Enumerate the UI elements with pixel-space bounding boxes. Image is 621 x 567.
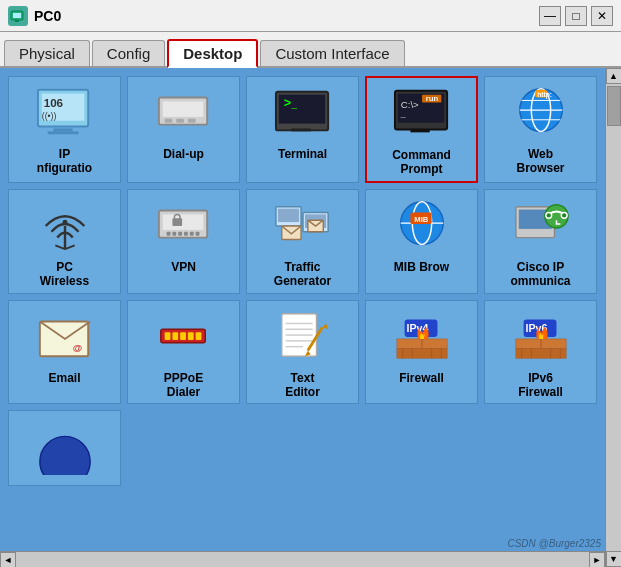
apps-grid: 106 ((•)) IPnfiguratio (8, 76, 597, 486)
partial-icon (35, 417, 95, 477)
app-ip-config[interactable]: 106 ((•)) IPnfiguratio (8, 76, 121, 183)
maximize-button[interactable]: □ (565, 6, 587, 26)
tab-desktop[interactable]: Desktop (167, 39, 258, 68)
ip-config-icon: 106 ((•)) (35, 83, 95, 143)
svg-rect-40 (172, 232, 176, 236)
app-email[interactable]: @ Email (8, 300, 121, 405)
svg-rect-25 (410, 129, 429, 132)
svg-point-98 (39, 437, 89, 476)
pppoe-dialer-icon (154, 307, 214, 367)
svg-rect-43 (189, 232, 193, 236)
svg-rect-68 (180, 332, 186, 340)
window-title: PC0 (34, 8, 61, 24)
svg-text:((•)): ((•)) (41, 111, 56, 121)
svg-text:@: @ (72, 341, 81, 352)
title-bar-controls: — □ ✕ (539, 6, 613, 26)
app-dialup[interactable]: Dial-up (127, 76, 240, 183)
vertical-scrollbar: ▲ ▼ (605, 68, 621, 567)
mib-browser-label: MIB Brow (394, 260, 449, 274)
svg-rect-38 (162, 214, 203, 229)
svg-rect-7 (53, 128, 72, 131)
scrollbar-track (606, 84, 621, 551)
ipv6-firewall-icon: IPv6 (511, 307, 571, 367)
app-vpn[interactable]: VPN (127, 189, 240, 294)
ip-config-label: IPnfiguratio (37, 147, 92, 176)
terminal-label: Terminal (278, 147, 327, 161)
tab-bar: Physical Config Desktop Custom Interface (0, 32, 621, 68)
svg-line-35 (65, 245, 75, 249)
text-editor-label: TextEditor (285, 371, 320, 400)
content-area: 106 ((•)) IPnfiguratio (0, 68, 621, 567)
text-editor-icon (273, 307, 333, 367)
svg-rect-13 (187, 119, 195, 123)
svg-text:MIB: MIB (414, 215, 429, 224)
command-prompt-label: CommandPrompt (392, 148, 451, 177)
svg-point-61 (545, 212, 551, 218)
email-label: Email (48, 371, 80, 385)
app-command-prompt[interactable]: run C:\> _ CommandPrompt (365, 76, 478, 183)
app-pc-wireless[interactable]: PCWireless (8, 189, 121, 294)
terminal-icon: > _ (273, 83, 333, 143)
title-bar-left: PC0 (8, 6, 61, 26)
svg-rect-1 (13, 13, 21, 18)
mib-browser-icon: MIB (392, 196, 452, 256)
svg-rect-48 (277, 208, 298, 222)
app-terminal[interactable]: > _ Terminal (246, 76, 359, 183)
svg-rect-10 (162, 101, 203, 116)
svg-text:http:: http: (537, 91, 552, 99)
firewall-label: Firewall (399, 371, 444, 385)
scroll-down-button[interactable]: ▼ (606, 551, 622, 567)
app-icon (8, 6, 28, 26)
firewall-icon: IPv4 (392, 307, 452, 367)
horizontal-scrollbar: ◄ ► (0, 551, 605, 567)
close-button[interactable]: ✕ (591, 6, 613, 26)
svg-rect-66 (164, 332, 170, 340)
svg-rect-90 (515, 348, 565, 358)
app-partial[interactable] (8, 410, 121, 486)
app-text-editor[interactable]: TextEditor (246, 300, 359, 405)
app-firewall[interactable]: IPv4 Firewall (365, 300, 478, 405)
svg-rect-41 (178, 232, 182, 236)
app-traffic-generator[interactable]: TrafficGenerator (246, 189, 359, 294)
svg-rect-11 (164, 119, 172, 123)
ipv6-firewall-label: IPv6Firewall (518, 371, 563, 400)
svg-rect-42 (184, 232, 188, 236)
svg-point-36 (62, 219, 67, 224)
cisco-ip-communicator-icon (511, 196, 571, 256)
scrollbar-thumb[interactable] (607, 86, 621, 126)
app-mib-browser[interactable]: MIB MIB Brow (365, 189, 478, 294)
svg-text:_: _ (290, 98, 297, 109)
app-pppoe-dialer[interactable]: PPPoEDialer (127, 300, 240, 405)
scroll-left-button[interactable]: ◄ (0, 552, 16, 568)
scroll-up-button[interactable]: ▲ (606, 68, 622, 84)
pppoe-dialer-label: PPPoEDialer (164, 371, 203, 400)
svg-text:106: 106 (43, 96, 63, 109)
pc-wireless-label: PCWireless (40, 260, 89, 289)
svg-text:run: run (425, 94, 438, 103)
svg-rect-39 (166, 232, 170, 236)
svg-rect-44 (195, 232, 199, 236)
command-prompt-icon: run C:\> _ (392, 84, 452, 144)
dialup-icon (154, 83, 214, 143)
tab-physical[interactable]: Physical (4, 40, 90, 66)
email-icon: @ (35, 307, 95, 367)
minimize-button[interactable]: — (539, 6, 561, 26)
tab-config[interactable]: Config (92, 40, 165, 66)
svg-text:>: > (283, 96, 290, 110)
app-ipv6-firewall[interactable]: IPv6 IPv6Firewall (484, 300, 597, 405)
svg-rect-70 (195, 332, 201, 340)
apps-container: 106 ((•)) IPnfiguratio (0, 68, 605, 567)
tab-custom-interface[interactable]: Custom Interface (260, 40, 404, 66)
app-cisco-ip-communicator[interactable]: Cisco IPommunica (484, 189, 597, 294)
svg-line-34 (55, 245, 65, 249)
web-browser-label: WebBrowser (516, 147, 564, 176)
web-browser-icon: http: (511, 83, 571, 143)
app-web-browser[interactable]: http: WebBrowser (484, 76, 597, 183)
svg-text:_: _ (399, 108, 405, 118)
vpn-icon (154, 196, 214, 256)
title-bar: PC0 — □ ✕ (0, 0, 621, 32)
scroll-right-button[interactable]: ► (589, 552, 605, 568)
svg-rect-2 (15, 20, 19, 22)
cisco-ip-communicator-label: Cisco IPommunica (510, 260, 570, 289)
watermark: CSDN @Burger2325 (507, 538, 601, 549)
